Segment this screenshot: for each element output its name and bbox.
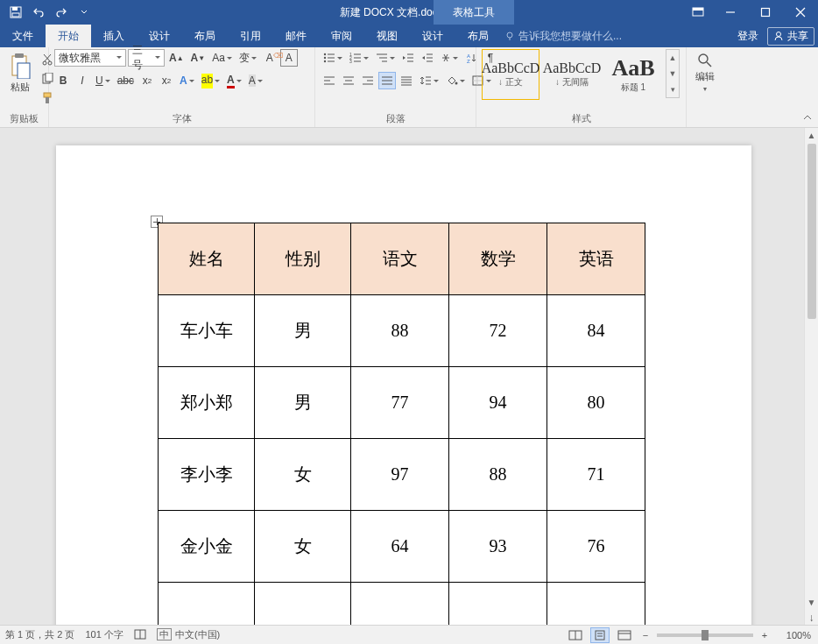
close-button[interactable] (783, 0, 818, 25)
signin-link[interactable]: 登录 (737, 29, 758, 44)
styles-expand[interactable]: ▾ (666, 81, 679, 97)
enclose-characters-button[interactable]: A (280, 49, 298, 67)
spellcheck-button[interactable] (134, 628, 146, 642)
share-button[interactable]: 共享 (767, 27, 814, 46)
tab-home[interactable]: 开始 (46, 25, 91, 47)
tab-table-design[interactable]: 设计 (410, 25, 455, 47)
header-cell[interactable]: 数学 (449, 223, 547, 295)
bold-button[interactable]: B (54, 72, 72, 89)
text-effects-button[interactable]: A (177, 72, 197, 89)
increase-indent-button[interactable] (419, 49, 436, 67)
line-spacing-button[interactable] (417, 72, 441, 89)
zoom-level[interactable]: 100% (776, 630, 811, 640)
subscript-button[interactable]: x2 (138, 72, 156, 89)
styles-scroll-up[interactable]: ▲ (666, 50, 679, 66)
tab-view[interactable]: 视图 (364, 25, 410, 47)
paste-button[interactable]: 粘贴 (5, 49, 35, 97)
collapse-ribbon-button[interactable] (800, 111, 814, 125)
strikethrough-button[interactable]: abc (115, 72, 137, 89)
zoom-in-button[interactable]: + (758, 630, 771, 640)
table-row[interactable]: 金小金女649376 (159, 511, 645, 583)
tab-layout[interactable]: 布局 (182, 25, 228, 47)
group-editing: 编辑 ▾ (687, 47, 723, 127)
align-right-button[interactable] (359, 72, 377, 89)
vertical-scrollbar[interactable]: ▲ ▼ ↓ (804, 128, 818, 625)
grow-font-button[interactable]: A▲ (166, 49, 187, 67)
asian-layout-button[interactable] (438, 49, 461, 67)
character-shading-button[interactable]: A (246, 72, 265, 89)
print-layout-button[interactable] (590, 627, 610, 643)
qat-customize-button[interactable] (74, 2, 95, 23)
tab-references[interactable]: 引用 (228, 25, 273, 47)
scroll-thumb[interactable] (807, 144, 816, 319)
save-button[interactable] (5, 2, 26, 23)
distributed-button[interactable] (398, 72, 415, 89)
underline-button[interactable]: U (93, 72, 113, 89)
styles-scroll-down[interactable]: ▼ (666, 66, 679, 81)
shrink-font-button[interactable]: A▼ (188, 49, 208, 67)
font-size-combo[interactable]: 三号 (128, 49, 165, 67)
tab-table-layout[interactable]: 布局 (455, 25, 501, 47)
table-row[interactable] (159, 583, 645, 626)
justify-button[interactable] (378, 72, 396, 89)
bullets-button[interactable] (321, 49, 345, 67)
document-table[interactable]: 姓名 性别 语文 数学 英语 车小车男887284 郑小郑男779480 李小李… (158, 223, 645, 625)
word-count[interactable]: 101 个字 (85, 628, 123, 641)
change-case-button[interactable]: Aa (209, 49, 235, 67)
phonetic-guide-button[interactable]: 变 (236, 49, 259, 67)
highlight-button[interactable]: ab (199, 72, 222, 89)
scroll-down-button[interactable]: ▼ (805, 595, 818, 609)
object-browse-down[interactable]: ↓ (805, 611, 819, 625)
align-left-button[interactable] (321, 72, 338, 89)
decrease-indent-button[interactable] (399, 49, 417, 67)
svg-rect-81 (618, 631, 631, 640)
language-indicator[interactable]: 中中文(中国) (157, 628, 220, 641)
zoom-slider-knob[interactable] (702, 630, 709, 640)
zoom-out-button[interactable]: − (639, 630, 652, 640)
table-row[interactable]: 郑小郑男779480 (159, 367, 645, 439)
shading-button[interactable] (443, 72, 468, 89)
numbering-icon: 123 (349, 53, 362, 63)
svg-rect-4 (693, 8, 703, 11)
document-name: 新建 DOCX 文档.docx (340, 5, 443, 20)
styles-gallery-nav: ▲ ▼ ▾ (666, 49, 680, 98)
read-mode-button[interactable] (566, 627, 585, 643)
tell-me-search[interactable]: 告诉我您想要做什么... (504, 25, 622, 47)
page-indicator[interactable]: 第 1 页，共 2 页 (5, 628, 74, 641)
superscript-button[interactable]: x2 (158, 72, 175, 89)
style-heading-1[interactable]: AaB 标题 1 (604, 49, 662, 100)
zoom-slider[interactable] (657, 633, 753, 637)
italic-button[interactable]: I (74, 72, 91, 89)
style-normal[interactable]: AaBbCcD ↓ 正文 (482, 49, 539, 100)
tab-insert[interactable]: 插入 (91, 25, 137, 47)
style-no-spacing[interactable]: AaBbCcD ↓ 无间隔 (543, 49, 601, 100)
header-cell[interactable]: 性别 (255, 223, 351, 295)
minimize-button[interactable] (713, 0, 748, 25)
ribbon-display-options-button[interactable] (683, 0, 713, 25)
header-cell[interactable]: 姓名 (159, 223, 255, 295)
maximize-button[interactable] (748, 0, 783, 25)
group-clipboard: 粘贴 剪贴板 (0, 47, 49, 127)
numbering-button[interactable]: 123 (347, 49, 371, 67)
page[interactable]: 姓名 性别 语文 数学 英语 车小车男887284 郑小郑男779480 李小李… (56, 145, 751, 625)
tab-review[interactable]: 审阅 (319, 25, 364, 47)
header-cell[interactable]: 英语 (547, 223, 645, 295)
font-name-combo[interactable]: 微软雅黑 (54, 49, 126, 67)
table-header-row[interactable]: 姓名 性别 语文 数学 英语 (159, 223, 645, 295)
header-cell[interactable]: 语文 (351, 223, 449, 295)
editing-dropdown[interactable]: 编辑 ▾ (692, 49, 718, 96)
multilevel-list-button[interactable] (373, 49, 398, 67)
font-color-button[interactable]: A (224, 72, 244, 89)
table-row[interactable]: 李小李女978871 (159, 439, 645, 511)
scroll-up-button[interactable]: ▲ (805, 128, 818, 142)
web-layout-button[interactable] (615, 627, 634, 643)
group-paragraph: 123 AZ ¶ 段落 (315, 47, 476, 127)
undo-button[interactable] (28, 2, 49, 23)
align-center-button[interactable] (340, 72, 357, 89)
tab-file[interactable]: 文件 (0, 25, 46, 47)
redo-button[interactable] (51, 2, 72, 23)
document-area[interactable]: 姓名 性别 语文 数学 英语 车小车男887284 郑小郑男779480 李小李… (0, 128, 804, 625)
table-row[interactable]: 车小车男887284 (159, 295, 645, 367)
tab-mailings[interactable]: 邮件 (273, 25, 319, 47)
clear-formatting-button[interactable]: A⌫ (261, 49, 279, 67)
